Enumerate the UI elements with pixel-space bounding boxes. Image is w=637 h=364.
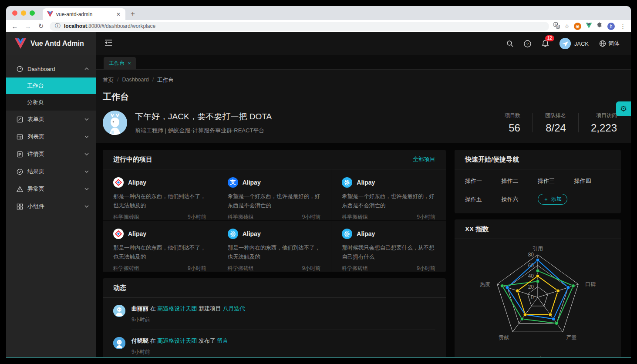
project-time: 9小时前: [417, 213, 435, 221]
reload-icon[interactable]: ↻: [37, 22, 45, 30]
extension-icon[interactable]: ◉: [574, 23, 581, 30]
browser-tab-title: vue-antd-admin: [56, 11, 112, 17]
minimize-window-button[interactable]: [21, 10, 26, 16]
greeting-avatar: [103, 111, 127, 135]
project-card[interactable]: 支Alipay 希望是一个好东西，也许是最好的，好东西是不会消亡的 科学搬砖组9…: [217, 169, 332, 221]
activity-user[interactable]: 付晓晓: [131, 337, 148, 344]
quick-action-4[interactable]: 操作四: [574, 177, 611, 185]
language-switcher[interactable]: 简体: [599, 40, 620, 47]
sidebar-item-form[interactable]: 表单页: [6, 111, 96, 128]
settings-gear-button[interactable]: ⚙: [616, 101, 631, 116]
activity-time: 9小时前: [131, 316, 435, 324]
legend-item-b[interactable]: b: [533, 356, 543, 357]
antd-icon: [113, 229, 124, 239]
browser-profile-avatar[interactable]: h: [607, 23, 615, 30]
legend-item-c[interactable]: c: [553, 356, 562, 357]
quick-action-1[interactable]: 操作一: [465, 177, 502, 185]
browser-window: vue-antd-admin ✕ + ← → ↻ ⓘ localhost:808…: [6, 6, 631, 358]
address-bar[interactable]: ⓘ localhost:8080/#/dashboard/workplace: [50, 22, 549, 31]
svg-text:?: ?: [526, 41, 529, 46]
page-tab-workplace[interactable]: 工作台 ×: [104, 57, 136, 69]
project-card[interactable]: Alipay 那是一种内在的东西，他们到达不了，也无法触及的 科学搬砖组9小时前: [103, 221, 217, 272]
activity-message-link[interactable]: 留言: [217, 337, 229, 344]
new-tab-button[interactable]: +: [125, 10, 141, 20]
radar-card: XX 指数 引用口碑产量贡献热度020406080 a b c: [455, 219, 621, 357]
chevron-down-icon: [84, 118, 89, 121]
vue-favicon: [47, 11, 53, 17]
sidebar-item-analysis[interactable]: 分析页: [6, 94, 96, 111]
app-logo-area[interactable]: Vue Antd Admin: [6, 32, 96, 55]
project-card[interactable]: Alipay 那是一种内在的东西，他们到达不了，也无法触及的 科学搬砖组9小时前: [217, 221, 332, 272]
close-window-button[interactable]: [12, 10, 17, 16]
legend-item-a[interactable]: a: [513, 356, 523, 357]
sidebar-item-list[interactable]: 列表页: [6, 128, 96, 145]
react-icon: [342, 177, 352, 188]
greeting-subtitle: 前端工程师 | 蚂蚁金服-计算服务事业群-REACT平台: [135, 127, 272, 135]
dashboard-icon: [17, 66, 23, 72]
radar-chart-svg: 引用口碑产量贡献热度020406080: [455, 244, 621, 353]
breadcrumb-home[interactable]: 首页: [103, 77, 114, 84]
app-root: Vue Antd Admin ? 12: [6, 32, 631, 357]
project-card[interactable]: Alipay 希望是一个好东西，也许是最好的，好东西是不会消亡的 科学搬砖组9小…: [331, 169, 446, 221]
url-text: localhost:8080/#/dashboard/workplace: [64, 23, 155, 29]
activity-card-title: 动态: [113, 284, 126, 292]
svg-text:0: 0: [531, 294, 534, 300]
warning-icon: [17, 186, 23, 192]
project-time: 9小时前: [417, 265, 435, 272]
add-action-button[interactable]: ＋添加: [538, 194, 567, 205]
chevron-up-icon: [84, 67, 89, 70]
page-title: 工作台: [103, 91, 620, 103]
chevron-down-icon: [84, 135, 89, 138]
sidebar-item-result[interactable]: 结果页: [6, 163, 96, 180]
quick-action-2[interactable]: 操作二: [502, 177, 538, 185]
sidebar-item-exception[interactable]: 异常页: [6, 180, 96, 198]
quick-action-5[interactable]: 操作五: [465, 195, 502, 203]
activity-list: 曲丽丽 在 高逼格设计天团 新建项目 八月迭代 9小时前: [103, 298, 446, 357]
sidebar-item-detail[interactable]: 详情页: [6, 145, 96, 163]
form-icon: [17, 116, 23, 123]
activity-user[interactable]: 曲丽丽: [131, 305, 148, 312]
search-icon[interactable]: [506, 40, 513, 47]
page-tabbar: 工作台 ×: [96, 55, 631, 70]
extensions-puzzle-icon[interactable]: [597, 22, 603, 30]
activity-project-link[interactable]: 八月迭代: [223, 305, 246, 312]
activity-team-link[interactable]: 高逼格设计天团: [157, 305, 197, 312]
browser-menu-icon[interactable]: ⋮: [619, 23, 627, 30]
quick-action-6[interactable]: 操作六: [502, 195, 538, 203]
chevron-down-icon: [84, 188, 89, 190]
chevron-down-icon: [84, 170, 89, 173]
stat-ranking: 团队排名 8/24: [533, 112, 578, 134]
quick-nav-title: 快速开始/便捷导航: [465, 155, 519, 164]
notification-bell-icon[interactable]: 12: [542, 40, 549, 47]
user-menu[interactable]: JACK: [559, 38, 589, 49]
translate-icon[interactable]: 文A: [553, 22, 560, 30]
breadcrumb-dashboard[interactable]: Dashboard: [122, 77, 148, 84]
project-card[interactable]: Alipay 那是一种内在的东西，他们到达不了，也无法触及的 科学搬砖组9小时前: [103, 169, 217, 221]
menu-fold-icon[interactable]: [104, 39, 112, 48]
zoom-window-button[interactable]: [30, 10, 35, 16]
help-icon[interactable]: ?: [524, 40, 531, 47]
forward-icon[interactable]: →: [24, 23, 32, 30]
activity-card: 动态 曲丽丽: [103, 278, 446, 357]
legend-dot: [513, 357, 517, 357]
page-header: 首页 / Dashboard / 工作台 工作台 下午好: [96, 70, 631, 143]
all-projects-link[interactable]: 全部项目: [413, 155, 435, 163]
tab-close-icon[interactable]: ✕: [115, 11, 122, 17]
vue-devtools-icon[interactable]: [586, 22, 592, 30]
site-info-icon[interactable]: ⓘ: [55, 22, 61, 30]
project-card[interactable]: Alipay 那时候我只会想自己想要什么，从不想自己拥有什么 科学搬砖组9小时前: [331, 221, 446, 272]
tab-close-icon[interactable]: ×: [128, 61, 131, 66]
sidebar-item-dashboard[interactable]: Dashboard: [6, 60, 96, 78]
notification-badge: 12: [545, 35, 554, 41]
back-icon[interactable]: ←: [10, 23, 19, 30]
activity-team-link[interactable]: 高逼格设计天团: [157, 337, 197, 344]
sidebar-item-widgets[interactable]: 小组件: [6, 198, 96, 215]
quick-action-3[interactable]: 操作三: [538, 177, 574, 185]
screenshot-stage: vue-antd-admin ✕ + ← → ↻ ⓘ localhost:808…: [0, 0, 637, 364]
bookmark-star-icon[interactable]: ☆: [564, 23, 570, 30]
project-time: 9小时前: [302, 213, 321, 221]
browser-tab[interactable]: vue-antd-admin ✕: [43, 8, 125, 20]
table-icon: [17, 134, 23, 140]
app-logo-icon: [15, 38, 26, 49]
sidebar-item-workplace[interactable]: 工作台: [6, 78, 96, 94]
